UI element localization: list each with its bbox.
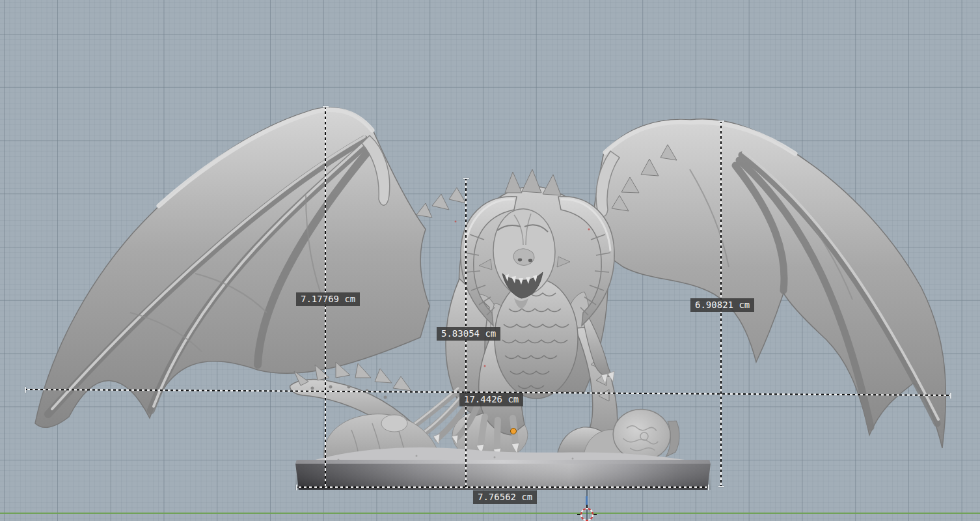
ruler-end-tick	[950, 392, 951, 398]
3d-viewport-window: 7.17769 cm 6.90821 cm 5.83054 cm 17.4426…	[0, 0, 980, 521]
left-arm-spikes	[416, 188, 466, 218]
ruler-label-wingspan[interactable]: 17.4426 cm	[459, 393, 523, 406]
ruler-label-right-wing-height[interactable]: 6.90821 cm	[690, 298, 754, 312]
ruler-end-tick	[296, 485, 297, 490]
ruler-label-left-wing-height[interactable]: 7.17769 cm	[296, 292, 360, 306]
chest-scales	[495, 279, 578, 399]
ruler-end-tick	[323, 106, 329, 107]
ruler-end-tick	[463, 178, 469, 179]
ruler-end-tick	[708, 485, 709, 490]
ruler-base-width-line[interactable]	[296, 486, 709, 488]
right-wing	[588, 119, 946, 448]
y-axis-line	[0, 513, 980, 514]
ruler-end-tick	[718, 486, 724, 487]
ruler-label-body-height[interactable]: 5.83054 cm	[437, 327, 500, 341]
ruler-end-tick	[718, 120, 724, 122]
base-plinth	[295, 460, 711, 490]
annotation-vertex-dot[interactable]	[510, 428, 517, 434]
ruler-end-tick	[25, 387, 26, 393]
dragon-model[interactable]	[0, 0, 980, 521]
snout	[513, 249, 534, 266]
3d-cursor[interactable]	[575, 503, 599, 521]
ruler-label-base-width[interactable]: 7.76562 cm	[473, 490, 537, 504]
